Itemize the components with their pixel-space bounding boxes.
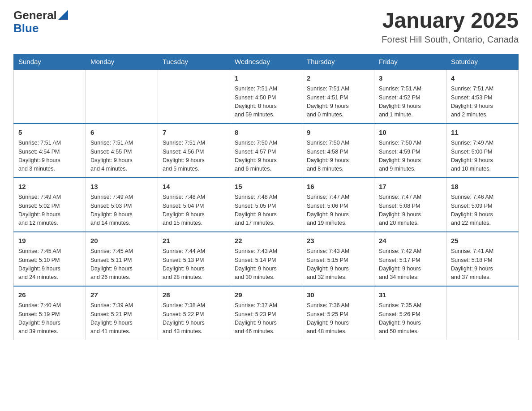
col-friday: Friday xyxy=(374,54,446,69)
calendar-cell: 1Sunrise: 7:51 AM Sunset: 4:50 PM Daylig… xyxy=(230,69,302,124)
day-info: Sunrise: 7:51 AM Sunset: 4:53 PM Dayligh… xyxy=(451,85,514,120)
day-info: Sunrise: 7:48 AM Sunset: 5:05 PM Dayligh… xyxy=(235,193,297,228)
day-number: 10 xyxy=(379,128,442,138)
calendar-cell: 2Sunrise: 7:51 AM Sunset: 4:51 PM Daylig… xyxy=(302,69,374,124)
col-wednesday: Wednesday xyxy=(230,54,302,69)
day-number: 18 xyxy=(451,182,514,192)
calendar-cell: 9Sunrise: 7:50 AM Sunset: 4:58 PM Daylig… xyxy=(302,124,374,178)
calendar-cell: 10Sunrise: 7:50 AM Sunset: 4:59 PM Dayli… xyxy=(374,124,446,178)
col-tuesday: Tuesday xyxy=(158,54,230,69)
day-number: 9 xyxy=(307,128,369,138)
day-info: Sunrise: 7:47 AM Sunset: 5:08 PM Dayligh… xyxy=(379,193,442,228)
calendar-cell: 18Sunrise: 7:46 AM Sunset: 5:09 PM Dayli… xyxy=(446,178,519,232)
day-number: 3 xyxy=(379,73,442,84)
calendar-cell: 29Sunrise: 7:37 AM Sunset: 5:23 PM Dayli… xyxy=(230,286,302,340)
calendar-cell: 19Sunrise: 7:45 AM Sunset: 5:10 PM Dayli… xyxy=(14,232,86,286)
calendar-cell: 27Sunrise: 7:39 AM Sunset: 5:21 PM Dayli… xyxy=(86,286,158,340)
calendar-cell: 25Sunrise: 7:41 AM Sunset: 5:18 PM Dayli… xyxy=(446,232,519,286)
calendar-cell: 14Sunrise: 7:48 AM Sunset: 5:04 PM Dayli… xyxy=(158,178,230,232)
day-info: Sunrise: 7:51 AM Sunset: 4:52 PM Dayligh… xyxy=(379,85,442,120)
day-number: 2 xyxy=(307,73,369,84)
calendar-cell: 23Sunrise: 7:43 AM Sunset: 5:15 PM Dayli… xyxy=(302,232,374,286)
col-sunday: Sunday xyxy=(14,54,86,69)
day-info: Sunrise: 7:39 AM Sunset: 5:21 PM Dayligh… xyxy=(90,301,153,336)
header-row: Sunday Monday Tuesday Wednesday Thursday… xyxy=(14,54,519,69)
day-number: 12 xyxy=(18,182,81,192)
day-number: 19 xyxy=(18,236,81,246)
day-info: Sunrise: 7:42 AM Sunset: 5:17 PM Dayligh… xyxy=(379,247,442,282)
week-row-3: 12Sunrise: 7:49 AM Sunset: 5:02 PM Dayli… xyxy=(14,178,519,232)
week-row-4: 19Sunrise: 7:45 AM Sunset: 5:10 PM Dayli… xyxy=(14,232,519,286)
day-number: 13 xyxy=(90,182,153,192)
svg-marker-0 xyxy=(58,10,68,20)
calendar-header: Sunday Monday Tuesday Wednesday Thursday… xyxy=(14,54,519,69)
day-number: 28 xyxy=(163,290,225,300)
col-monday: Monday xyxy=(86,54,158,69)
calendar-cell: 3Sunrise: 7:51 AM Sunset: 4:52 PM Daylig… xyxy=(374,69,446,124)
day-number: 29 xyxy=(235,290,297,300)
day-number: 5 xyxy=(18,128,81,138)
day-number: 22 xyxy=(235,236,297,246)
col-saturday: Saturday xyxy=(446,54,519,69)
day-number: 25 xyxy=(451,236,514,246)
day-info: Sunrise: 7:36 AM Sunset: 5:25 PM Dayligh… xyxy=(307,301,369,336)
day-number: 14 xyxy=(163,182,225,192)
title-area: January 2025 Forest Hill South, Ontario,… xyxy=(382,9,519,45)
calendar-table: Sunday Monday Tuesday Wednesday Thursday… xyxy=(13,54,519,340)
day-info: Sunrise: 7:51 AM Sunset: 4:51 PM Dayligh… xyxy=(307,85,369,120)
day-info: Sunrise: 7:51 AM Sunset: 4:56 PM Dayligh… xyxy=(163,139,225,174)
calendar-cell: 22Sunrise: 7:43 AM Sunset: 5:14 PM Dayli… xyxy=(230,232,302,286)
week-row-2: 5Sunrise: 7:51 AM Sunset: 4:54 PM Daylig… xyxy=(14,124,519,178)
day-number: 24 xyxy=(379,236,442,246)
day-number: 31 xyxy=(379,290,442,300)
calendar-cell: 21Sunrise: 7:44 AM Sunset: 5:13 PM Dayli… xyxy=(158,232,230,286)
month-title: January 2025 xyxy=(382,9,519,33)
calendar-cell: 13Sunrise: 7:49 AM Sunset: 5:03 PM Dayli… xyxy=(86,178,158,232)
day-info: Sunrise: 7:43 AM Sunset: 5:15 PM Dayligh… xyxy=(307,247,369,282)
week-row-5: 26Sunrise: 7:40 AM Sunset: 5:19 PM Dayli… xyxy=(14,286,519,340)
day-number: 20 xyxy=(90,236,153,246)
col-thursday: Thursday xyxy=(302,54,374,69)
calendar-cell: 7Sunrise: 7:51 AM Sunset: 4:56 PM Daylig… xyxy=(158,124,230,178)
calendar-cell: 4Sunrise: 7:51 AM Sunset: 4:53 PM Daylig… xyxy=(446,69,519,124)
day-number: 21 xyxy=(163,236,225,246)
day-number: 15 xyxy=(235,182,297,192)
calendar-cell: 20Sunrise: 7:45 AM Sunset: 5:11 PM Dayli… xyxy=(86,232,158,286)
day-number: 23 xyxy=(307,236,369,246)
day-number: 17 xyxy=(379,182,442,192)
day-info: Sunrise: 7:51 AM Sunset: 4:50 PM Dayligh… xyxy=(235,85,297,120)
day-number: 30 xyxy=(307,290,369,300)
calendar-cell: 26Sunrise: 7:40 AM Sunset: 5:19 PM Dayli… xyxy=(14,286,86,340)
calendar-cell: 24Sunrise: 7:42 AM Sunset: 5:17 PM Dayli… xyxy=(374,232,446,286)
day-info: Sunrise: 7:46 AM Sunset: 5:09 PM Dayligh… xyxy=(451,193,514,228)
day-info: Sunrise: 7:40 AM Sunset: 5:19 PM Dayligh… xyxy=(18,301,81,336)
day-number: 11 xyxy=(451,128,514,138)
calendar-cell: 31Sunrise: 7:35 AM Sunset: 5:26 PM Dayli… xyxy=(374,286,446,340)
calendar-cell: 28Sunrise: 7:38 AM Sunset: 5:22 PM Dayli… xyxy=(158,286,230,340)
logo-blue-text: Blue xyxy=(13,21,39,35)
calendar-cell xyxy=(86,69,158,124)
day-info: Sunrise: 7:49 AM Sunset: 5:00 PM Dayligh… xyxy=(451,139,514,174)
day-number: 4 xyxy=(451,73,514,84)
day-number: 8 xyxy=(235,128,297,138)
day-number: 16 xyxy=(307,182,369,192)
day-info: Sunrise: 7:41 AM Sunset: 5:18 PM Dayligh… xyxy=(451,247,514,282)
day-info: Sunrise: 7:50 AM Sunset: 4:59 PM Dayligh… xyxy=(379,139,442,174)
day-info: Sunrise: 7:49 AM Sunset: 5:02 PM Dayligh… xyxy=(18,193,81,228)
calendar-cell: 8Sunrise: 7:50 AM Sunset: 4:57 PM Daylig… xyxy=(230,124,302,178)
day-info: Sunrise: 7:51 AM Sunset: 4:54 PM Dayligh… xyxy=(18,139,81,174)
day-info: Sunrise: 7:50 AM Sunset: 4:57 PM Dayligh… xyxy=(235,139,297,174)
day-info: Sunrise: 7:44 AM Sunset: 5:13 PM Dayligh… xyxy=(163,247,225,282)
day-info: Sunrise: 7:38 AM Sunset: 5:22 PM Dayligh… xyxy=(163,301,225,336)
logo-arrow-icon xyxy=(58,10,68,20)
day-info: Sunrise: 7:45 AM Sunset: 5:10 PM Dayligh… xyxy=(18,247,81,282)
day-info: Sunrise: 7:35 AM Sunset: 5:26 PM Dayligh… xyxy=(379,301,442,336)
day-info: Sunrise: 7:45 AM Sunset: 5:11 PM Dayligh… xyxy=(90,247,153,282)
calendar-body: 1Sunrise: 7:51 AM Sunset: 4:50 PM Daylig… xyxy=(14,69,519,340)
header: General Blue January 2025 Forest Hill So… xyxy=(13,9,519,45)
calendar-cell xyxy=(158,69,230,124)
day-info: Sunrise: 7:43 AM Sunset: 5:14 PM Dayligh… xyxy=(235,247,297,282)
calendar-cell: 12Sunrise: 7:49 AM Sunset: 5:02 PM Dayli… xyxy=(14,178,86,232)
day-number: 1 xyxy=(235,73,297,84)
day-info: Sunrise: 7:49 AM Sunset: 5:03 PM Dayligh… xyxy=(90,193,153,228)
